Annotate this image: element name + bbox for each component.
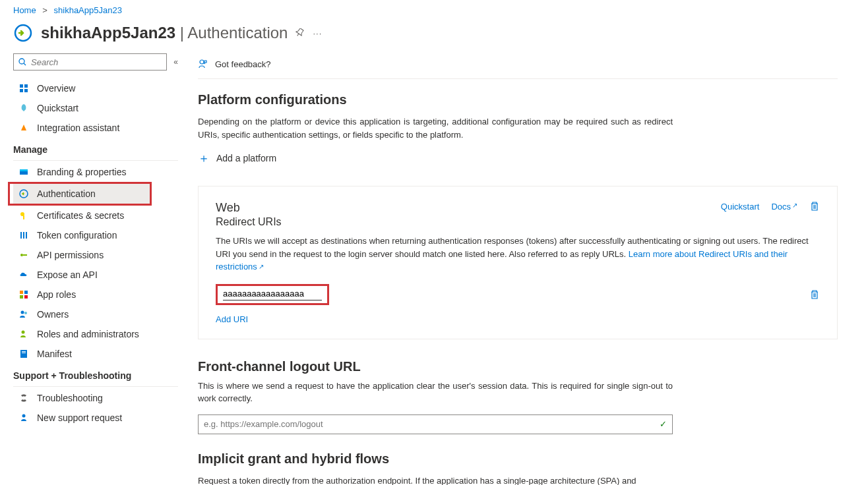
- breadcrumb: Home > shikhaApp5Jan23: [0, 0, 868, 20]
- sidebar-item-label: Branding & properties: [37, 167, 126, 177]
- sidebar-item-owners[interactable]: Owners: [13, 304, 178, 324]
- sidebar-item-authentication[interactable]: Authentication: [13, 184, 150, 204]
- sidebar-item-label: Integration assistant: [37, 123, 119, 133]
- sidebar-item-troubleshooting[interactable]: Troubleshooting: [13, 388, 178, 408]
- docs-link[interactable]: Docs↗: [771, 202, 797, 212]
- token-icon: [18, 230, 29, 241]
- main-content: Got feedback? Platform configurations De…: [178, 53, 851, 485]
- troubleshoot-icon: [18, 393, 29, 403]
- sidebar-item-branding[interactable]: Branding & properties: [13, 162, 178, 182]
- svg-rect-6: [24, 89, 28, 92]
- svg-point-21: [24, 312, 27, 314]
- page-title: shikhaApp5Jan23 | Authentication: [41, 24, 288, 42]
- logout-title: Front-channel logout URL: [198, 359, 838, 374]
- svg-point-22: [22, 331, 25, 334]
- sidebar-item-expose-api[interactable]: Expose an API: [13, 265, 178, 285]
- delete-platform-icon[interactable]: [809, 201, 820, 212]
- more-icon[interactable]: ···: [313, 28, 322, 38]
- svg-rect-3: [20, 84, 23, 88]
- rocket-assist-icon: [18, 123, 29, 133]
- external-link-icon: ↗: [792, 202, 797, 209]
- sidebar-item-label: App roles: [37, 289, 76, 300]
- sidebar-item-label: API permissions: [37, 250, 104, 260]
- sidebar-item-app-roles[interactable]: App roles: [13, 285, 178, 304]
- sidebar-item-label: Troubleshooting: [37, 393, 103, 403]
- svg-rect-11: [23, 215, 24, 219]
- redirect-uri-input[interactable]: [223, 289, 322, 300]
- support-icon: [18, 413, 29, 423]
- add-platform-button[interactable]: ＋ Add a platform: [198, 150, 838, 166]
- breadcrumb-sep: >: [42, 5, 47, 15]
- manifest-icon: [18, 349, 29, 359]
- feedback-bar[interactable]: Got feedback?: [198, 53, 838, 79]
- svg-rect-8: [20, 169, 28, 171]
- add-uri-link[interactable]: Add URI: [216, 314, 248, 324]
- svg-point-26: [22, 414, 26, 418]
- check-icon: ✓: [660, 419, 667, 429]
- web-card-subtitle: Redirect URIs: [216, 216, 282, 228]
- search-icon: [18, 57, 27, 67]
- permissions-icon: [18, 250, 29, 260]
- cloud-icon: [18, 270, 29, 280]
- platform-config-title: Platform configurations: [198, 92, 838, 107]
- feedback-icon: [198, 59, 208, 69]
- owners-icon: [18, 309, 29, 320]
- svg-point-20: [21, 311, 24, 314]
- grid-icon: [18, 83, 29, 94]
- svg-rect-23: [20, 350, 27, 358]
- svg-rect-19: [24, 295, 28, 299]
- admin-icon: [18, 329, 29, 339]
- search-box[interactable]: [13, 53, 167, 71]
- svg-rect-13: [23, 232, 24, 239]
- roles-icon: [18, 289, 29, 300]
- sidebar-item-label: Authentication: [37, 188, 96, 199]
- search-input[interactable]: [27, 57, 162, 67]
- sidebar-item-label: Manifest: [37, 349, 72, 359]
- sidebar-item-manifest[interactable]: Manifest: [13, 344, 178, 364]
- sidebar-item-label: New support request: [37, 413, 122, 423]
- breadcrumb-home[interactable]: Home: [13, 5, 36, 15]
- app-logo-icon: [13, 23, 33, 43]
- web-platform-card: Web Redirect URIs Quickstart Docs↗ The U…: [198, 186, 838, 339]
- delete-uri-icon[interactable]: [809, 289, 820, 300]
- sidebar: « Overview Quickstart Integration assist…: [0, 53, 178, 485]
- sidebar-item-label: Roles and administrators: [37, 329, 139, 339]
- svg-rect-18: [20, 295, 23, 299]
- collapse-sidebar-icon[interactable]: «: [173, 57, 178, 67]
- rocket-icon: [18, 103, 29, 113]
- sidebar-item-api-permissions[interactable]: API permissions: [13, 245, 178, 265]
- plus-icon: ＋: [198, 150, 210, 166]
- svg-rect-24: [22, 351, 26, 352]
- sidebar-item-roles-admin[interactable]: Roles and administrators: [13, 324, 178, 344]
- logout-url-input[interactable]: [204, 419, 660, 429]
- sidebar-item-certificates[interactable]: Certificates & secrets: [13, 206, 178, 225]
- add-platform-label: Add a platform: [216, 153, 276, 163]
- sidebar-item-quickstart[interactable]: Quickstart: [13, 98, 178, 118]
- sidebar-item-integration[interactable]: Integration assistant: [13, 118, 178, 138]
- highlight-authentication: Authentication: [8, 182, 152, 206]
- quickstart-link[interactable]: Quickstart: [721, 202, 760, 212]
- breadcrumb-app[interactable]: shikhaApp5Jan23: [54, 5, 122, 15]
- sidebar-item-token[interactable]: Token configuration: [13, 225, 178, 245]
- svg-rect-17: [24, 291, 28, 294]
- sidebar-group-support: Support + Troubleshooting: [13, 364, 178, 385]
- sidebar-item-overview[interactable]: Overview: [13, 78, 178, 98]
- pin-icon[interactable]: [295, 28, 305, 38]
- sidebar-item-label: Token configuration: [37, 230, 117, 241]
- feedback-label: Got feedback?: [215, 59, 271, 69]
- sidebar-item-label: Expose an API: [37, 270, 98, 280]
- svg-rect-4: [24, 84, 28, 88]
- platform-config-desc: Depending on the platform or device this…: [198, 115, 673, 141]
- web-card-desc: The URIs we will accept as destinations …: [216, 235, 820, 273]
- web-card-title: Web: [216, 201, 282, 215]
- svg-rect-12: [20, 232, 22, 239]
- logout-url-field[interactable]: ✓: [198, 414, 673, 434]
- sidebar-item-label: Overview: [37, 83, 75, 94]
- key-icon: [18, 210, 29, 221]
- branding-icon: [18, 167, 29, 177]
- sidebar-item-support-request[interactable]: New support request: [13, 408, 178, 428]
- svg-rect-5: [20, 89, 23, 92]
- implicit-desc: Request a token directly from the author…: [198, 474, 673, 486]
- svg-point-1: [19, 59, 24, 64]
- redirect-uri-field-highlight: [216, 284, 329, 305]
